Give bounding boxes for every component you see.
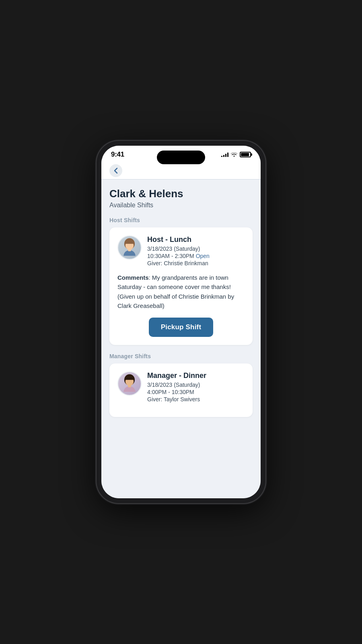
host-shifts-heading: Host Shifts [109,217,253,223]
signal-bar-2 [223,155,224,157]
manager-dinner-header: Manager - Dinner 3/18/2023 (Saturday) 4:… [117,372,245,402]
host-lunch-info: Host - Lunch 3/18/2023 (Saturday) 10:30A… [147,235,245,266]
host-lunch-time: 10:30AM - 2:30PM Open [147,253,245,259]
dynamic-island [157,151,205,164]
manager-dinner-time: 4:00PM - 10:30PM [147,389,245,395]
host-lunch-header: Host - Lunch 3/18/2023 (Saturday) 10:30A… [117,235,245,266]
manager-shifts-heading: Manager Shifts [109,353,253,359]
host-lunch-date: 3/18/2023 (Saturday) [147,246,245,252]
manager-shifts-section: Manager Shifts [109,353,253,417]
signal-bar-1 [221,156,222,157]
signal-bar-3 [225,154,226,157]
phone-screen: 9:41 [101,146,261,498]
host-avatar [117,235,142,260]
host-lunch-comments: Comments: My grandparents are in town Sa… [117,273,245,310]
status-icons [221,152,251,158]
page-title: Clark & Helens [109,188,253,200]
page-subtitle: Available Shifts [109,202,253,209]
host-shifts-section: Host Shifts [109,217,253,345]
status-time: 9:41 [111,151,124,159]
signal-bar-4 [227,153,228,157]
pickup-shift-button[interactable]: Pickup Shift [149,318,213,337]
manager-dinner-card: Manager - Dinner 3/18/2023 (Saturday) 4:… [109,363,253,417]
back-button[interactable] [109,164,122,177]
host-lunch-title: Host - Lunch [147,235,245,244]
signal-bars-icon [221,152,228,157]
wifi-icon [231,152,237,158]
host-lunch-card: Host - Lunch 3/18/2023 (Saturday) 10:30A… [109,227,253,345]
battery-fill [241,153,249,156]
manager-dinner-info: Manager - Dinner 3/18/2023 (Saturday) 4:… [147,372,245,402]
main-content: Clark & Helens Available Shifts Host Shi… [101,180,261,498]
phone-frame: 9:41 [97,141,265,503]
svg-rect-2 [128,249,131,252]
comments-label: Comments [117,274,149,281]
manager-dinner-giver: Giver: Taylor Swivers [147,396,245,402]
host-lunch-status: Open [196,253,210,259]
manager-dinner-title: Manager - Dinner [147,372,245,380]
battery-icon [240,152,251,157]
manager-dinner-date: 3/18/2023 (Saturday) [147,382,245,388]
nav-bar [101,162,261,180]
host-lunch-giver: Giver: Christie Brinkman [147,260,245,266]
svg-rect-5 [128,385,131,388]
manager-avatar [117,372,142,396]
